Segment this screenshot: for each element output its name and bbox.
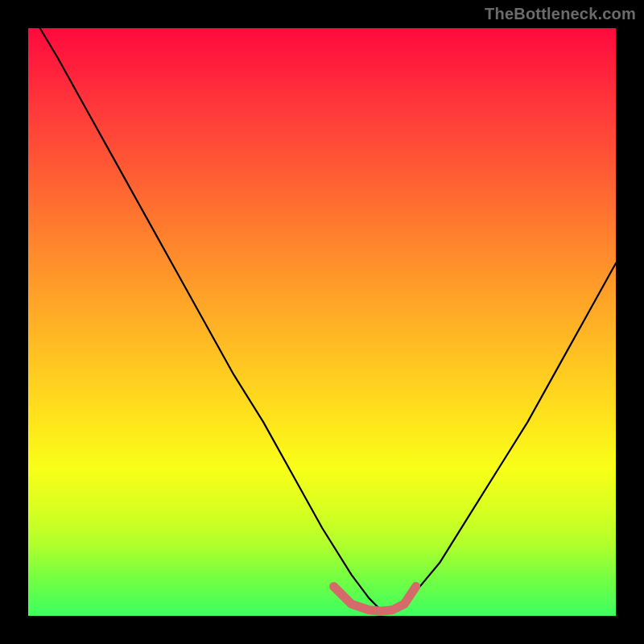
chart-svg (28, 28, 616, 616)
bottom-segment (334, 587, 416, 612)
watermark-text: TheBottleneck.com (485, 5, 636, 23)
plot-area (28, 28, 616, 616)
main-curve (40, 28, 616, 610)
chart-frame: TheBottleneck.com (0, 0, 644, 644)
